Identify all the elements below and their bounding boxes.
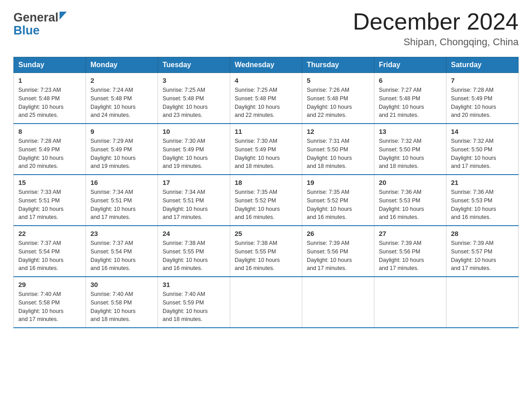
calendar-cell: 1 Sunrise: 7:23 AMSunset: 5:48 PMDayligh… bbox=[14, 73, 86, 124]
day-number: 27 bbox=[379, 230, 442, 237]
day-info: Sunrise: 7:25 AMSunset: 5:48 PMDaylight:… bbox=[235, 87, 280, 118]
day-info: Sunrise: 7:29 AMSunset: 5:49 PMDaylight:… bbox=[90, 138, 136, 169]
column-header-monday: Monday bbox=[86, 57, 158, 73]
calendar-cell: 26 Sunrise: 7:39 AMSunset: 5:56 PMDaylig… bbox=[302, 226, 374, 277]
day-number: 21 bbox=[451, 179, 514, 186]
calendar-subtitle: Shipan, Chongqing, China bbox=[353, 36, 519, 48]
day-number: 14 bbox=[451, 128, 514, 135]
calendar-cell: 23 Sunrise: 7:37 AMSunset: 5:54 PMDaylig… bbox=[86, 226, 158, 277]
day-info: Sunrise: 7:30 AMSunset: 5:49 PMDaylight:… bbox=[235, 138, 280, 169]
day-info: Sunrise: 7:40 AMSunset: 5:58 PMDaylight:… bbox=[18, 291, 64, 322]
day-info: Sunrise: 7:34 AMSunset: 5:51 PMDaylight:… bbox=[90, 189, 136, 220]
logo-general-text: General bbox=[13, 11, 59, 25]
day-number: 28 bbox=[451, 230, 514, 237]
calendar-cell: 30 Sunrise: 7:40 AMSunset: 5:58 PMDaylig… bbox=[86, 277, 158, 328]
day-number: 24 bbox=[163, 230, 225, 237]
day-number: 15 bbox=[18, 179, 81, 186]
day-info: Sunrise: 7:32 AMSunset: 5:50 PMDaylight:… bbox=[379, 138, 424, 169]
day-info: Sunrise: 7:32 AMSunset: 5:50 PMDaylight:… bbox=[451, 138, 496, 169]
day-info: Sunrise: 7:40 AMSunset: 5:59 PMDaylight:… bbox=[163, 291, 208, 322]
day-info: Sunrise: 7:39 AMSunset: 5:56 PMDaylight:… bbox=[379, 240, 424, 271]
calendar-cell: 29 Sunrise: 7:40 AMSunset: 5:58 PMDaylig… bbox=[14, 277, 86, 328]
day-info: Sunrise: 7:26 AMSunset: 5:48 PMDaylight:… bbox=[307, 87, 352, 118]
day-info: Sunrise: 7:39 AMSunset: 5:57 PMDaylight:… bbox=[451, 240, 496, 271]
column-header-saturday: Saturday bbox=[446, 57, 519, 73]
calendar-cell: 10 Sunrise: 7:30 AMSunset: 5:49 PMDaylig… bbox=[158, 124, 230, 175]
calendar-cell: 28 Sunrise: 7:39 AMSunset: 5:57 PMDaylig… bbox=[446, 226, 519, 277]
logo-arrow-icon bbox=[60, 9, 67, 23]
svg-marker-0 bbox=[60, 12, 67, 20]
day-info: Sunrise: 7:38 AMSunset: 5:55 PMDaylight:… bbox=[235, 240, 280, 271]
day-info: Sunrise: 7:36 AMSunset: 5:53 PMDaylight:… bbox=[451, 189, 496, 220]
day-number: 22 bbox=[18, 230, 81, 237]
day-info: Sunrise: 7:37 AMSunset: 5:54 PMDaylight:… bbox=[18, 240, 64, 271]
calendar-week-row: 29 Sunrise: 7:40 AMSunset: 5:58 PMDaylig… bbox=[14, 277, 519, 328]
day-number: 30 bbox=[90, 281, 153, 288]
calendar-cell: 5 Sunrise: 7:26 AMSunset: 5:48 PMDayligh… bbox=[302, 73, 374, 124]
calendar-cell: 2 Sunrise: 7:24 AMSunset: 5:48 PMDayligh… bbox=[86, 73, 158, 124]
day-number: 1 bbox=[18, 77, 81, 84]
calendar-week-row: 22 Sunrise: 7:37 AMSunset: 5:54 PMDaylig… bbox=[14, 226, 519, 277]
calendar-cell: 9 Sunrise: 7:29 AMSunset: 5:49 PMDayligh… bbox=[86, 124, 158, 175]
day-info: Sunrise: 7:37 AMSunset: 5:54 PMDaylight:… bbox=[90, 240, 136, 271]
title-section: December 2024 Shipan, Chongqing, China bbox=[353, 9, 519, 48]
day-number: 12 bbox=[307, 128, 369, 135]
day-number: 31 bbox=[163, 281, 225, 288]
day-info: Sunrise: 7:33 AMSunset: 5:51 PMDaylight:… bbox=[18, 189, 64, 220]
calendar-cell: 19 Sunrise: 7:35 AMSunset: 5:52 PMDaylig… bbox=[302, 175, 374, 226]
day-info: Sunrise: 7:27 AMSunset: 5:48 PMDaylight:… bbox=[379, 87, 424, 118]
calendar-title: December 2024 bbox=[353, 9, 519, 34]
day-number: 13 bbox=[379, 128, 442, 135]
calendar-header-row: SundayMondayTuesdayWednesdayThursdayFrid… bbox=[14, 57, 519, 73]
calendar-week-row: 15 Sunrise: 7:33 AMSunset: 5:51 PMDaylig… bbox=[14, 175, 519, 226]
calendar-cell: 12 Sunrise: 7:31 AMSunset: 5:50 PMDaylig… bbox=[302, 124, 374, 175]
calendar-cell: 14 Sunrise: 7:32 AMSunset: 5:50 PMDaylig… bbox=[446, 124, 519, 175]
day-number: 3 bbox=[163, 77, 225, 84]
calendar-cell: 27 Sunrise: 7:39 AMSunset: 5:56 PMDaylig… bbox=[374, 226, 446, 277]
logo: General Blue bbox=[13, 9, 67, 38]
calendar-cell: 25 Sunrise: 7:38 AMSunset: 5:55 PMDaylig… bbox=[230, 226, 302, 277]
day-info: Sunrise: 7:38 AMSunset: 5:55 PMDaylight:… bbox=[163, 240, 208, 271]
day-number: 5 bbox=[307, 77, 369, 84]
calendar-cell: 18 Sunrise: 7:35 AMSunset: 5:52 PMDaylig… bbox=[230, 175, 302, 226]
day-info: Sunrise: 7:28 AMSunset: 5:49 PMDaylight:… bbox=[451, 87, 496, 118]
calendar-cell: 21 Sunrise: 7:36 AMSunset: 5:53 PMDaylig… bbox=[446, 175, 519, 226]
calendar-cell bbox=[230, 277, 302, 328]
day-number: 7 bbox=[451, 77, 514, 84]
day-info: Sunrise: 7:34 AMSunset: 5:51 PMDaylight:… bbox=[163, 189, 208, 220]
day-info: Sunrise: 7:40 AMSunset: 5:58 PMDaylight:… bbox=[90, 291, 136, 322]
day-info: Sunrise: 7:36 AMSunset: 5:53 PMDaylight:… bbox=[379, 189, 424, 220]
calendar-cell: 13 Sunrise: 7:32 AMSunset: 5:50 PMDaylig… bbox=[374, 124, 446, 175]
calendar-cell bbox=[302, 277, 374, 328]
day-number: 26 bbox=[307, 230, 369, 237]
day-number: 8 bbox=[18, 128, 81, 135]
day-info: Sunrise: 7:35 AMSunset: 5:52 PMDaylight:… bbox=[235, 189, 280, 220]
day-number: 6 bbox=[379, 77, 442, 84]
day-number: 29 bbox=[18, 281, 81, 288]
calendar-cell: 17 Sunrise: 7:34 AMSunset: 5:51 PMDaylig… bbox=[158, 175, 230, 226]
calendar-cell bbox=[446, 277, 519, 328]
calendar-cell: 8 Sunrise: 7:28 AMSunset: 5:49 PMDayligh… bbox=[14, 124, 86, 175]
calendar-cell: 24 Sunrise: 7:38 AMSunset: 5:55 PMDaylig… bbox=[158, 226, 230, 277]
day-number: 10 bbox=[163, 128, 225, 135]
logo-general-line: General bbox=[13, 9, 67, 25]
day-number: 18 bbox=[235, 179, 297, 186]
day-number: 11 bbox=[235, 128, 297, 135]
day-number: 23 bbox=[90, 230, 153, 237]
day-number: 2 bbox=[90, 77, 153, 84]
page-header: General Blue December 2024 Shipan, Chong… bbox=[13, 9, 519, 48]
day-number: 25 bbox=[235, 230, 297, 237]
column-header-tuesday: Tuesday bbox=[158, 57, 230, 73]
day-number: 16 bbox=[90, 179, 153, 186]
day-info: Sunrise: 7:39 AMSunset: 5:56 PMDaylight:… bbox=[307, 240, 352, 271]
calendar-cell: 31 Sunrise: 7:40 AMSunset: 5:59 PMDaylig… bbox=[158, 277, 230, 328]
day-info: Sunrise: 7:24 AMSunset: 5:48 PMDaylight:… bbox=[90, 87, 136, 118]
calendar-week-row: 1 Sunrise: 7:23 AMSunset: 5:48 PMDayligh… bbox=[14, 73, 519, 124]
day-number: 4 bbox=[235, 77, 297, 84]
calendar-week-row: 8 Sunrise: 7:28 AMSunset: 5:49 PMDayligh… bbox=[14, 124, 519, 175]
calendar-cell bbox=[374, 277, 446, 328]
column-header-wednesday: Wednesday bbox=[230, 57, 302, 73]
column-header-sunday: Sunday bbox=[14, 57, 86, 73]
calendar-cell: 15 Sunrise: 7:33 AMSunset: 5:51 PMDaylig… bbox=[14, 175, 86, 226]
calendar-cell: 6 Sunrise: 7:27 AMSunset: 5:48 PMDayligh… bbox=[374, 73, 446, 124]
